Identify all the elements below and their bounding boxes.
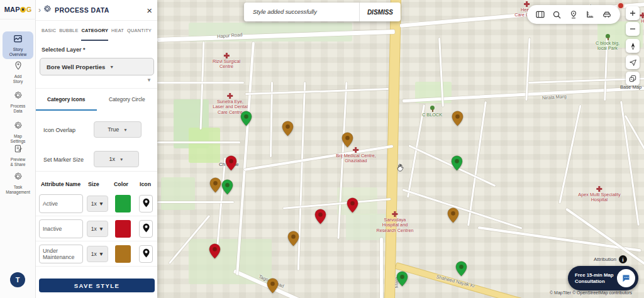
sidebar-item-label: Story Overview [3,47,33,57]
map-canvas[interactable]: Hapur RoadHapur RoadNirala MargTagore Ro… [157,0,644,298]
icon-overlap-select[interactable]: True▼ [94,121,142,138]
process-data-panel: › PROCESS DATA × BASICBUBBLECATEGORYHEAT… [36,0,157,298]
save-style-button[interactable]: SAVE STYLE [39,279,155,292]
page-icon [14,145,23,155]
street [157,141,240,143]
sidebar-item-preview-share[interactable]: Preview & Share [0,144,36,167]
attribute-name-input[interactable]: Under Maintenance [39,245,83,263]
basemap-button[interactable] [626,72,640,86]
attribute-name-input[interactable]: Inactive [39,219,83,238]
map-marker-under-maintenance[interactable] [452,111,464,129]
add-icon [14,62,23,72]
toast-message: Style added successfully [244,9,359,15]
tree-icon [605,34,610,40]
map-marker-active[interactable] [451,155,463,174]
sidebar-item-process-data[interactable]: Process Data [0,91,36,113]
medical-cross-icon [525,1,530,7]
collapse-chevron-icon[interactable]: › [38,6,41,14]
sidebar-item-story-overview[interactable]: Story Overview [3,31,33,59]
style-tabs: BASICBUBBLECATEGORYHEATQUANTITY [36,21,157,41]
gear-icon [13,91,23,102]
marker-size-select[interactable]: 1x▼ [94,151,139,167]
subtab-category-icons[interactable]: Category Icons [36,89,97,111]
map-credits: © MapTiler © OpenStreetMap contributors [550,290,632,295]
map-marker-under-maintenance[interactable] [447,207,459,226]
sidebar-item-task-management[interactable]: Task Management [0,172,36,194]
tab-heat[interactable]: HEAT [111,21,124,41]
color-swatch[interactable] [115,245,131,263]
tab-bubble[interactable]: BUBBLE [59,21,78,41]
selected-layer-label: Selected Layer * [42,47,86,53]
street [157,201,234,203]
pin-icon [143,223,150,235]
map-marker-active[interactable] [396,271,408,289]
zoom-out-button[interactable] [626,22,640,36]
map-marker-under-maintenance[interactable] [267,278,279,296]
sidebar-item-add-story[interactable]: Add Story [0,61,36,84]
section-collapse-icon[interactable]: ▼ [147,77,152,83]
icon-overlap-label: Icon Overlap [43,127,75,133]
map-marker-active[interactable] [455,261,467,279]
dismiss-button[interactable]: DISMISS [359,3,401,21]
toast-notification: Style added successfully DISMISS [244,3,401,21]
user-avatar[interactable]: T [10,272,25,287]
chevron-down-icon: ▼ [123,128,127,132]
row-size-select[interactable]: 1x▼ [87,196,108,212]
attribution-label: Attribution [594,257,616,262]
car-routing-icon[interactable] [601,9,612,20]
poi-medical: Apex Multi Speciality Hospital [578,186,620,203]
tree-icon [430,106,435,112]
gear-icon [13,121,23,132]
tab-basic[interactable]: BASIC [42,21,56,41]
search-icon[interactable] [552,9,562,20]
row-size-select[interactable]: 1x▼ [87,221,108,237]
attribution-row: Attribution i [594,255,627,263]
marker-icon-button[interactable] [139,245,153,263]
tab-quantity[interactable]: QUANTITY [127,21,152,41]
map-marker-under-maintenance[interactable] [287,231,299,249]
medical-cross-icon [353,147,358,153]
story-icon [13,35,23,45]
close-icon[interactable]: × [147,6,152,15]
tab-category[interactable]: CATEGORY [81,21,108,41]
medical-cross-icon [392,211,398,217]
attribute-row: Active1x▼ [36,191,157,216]
park-area [189,128,220,163]
subtab-category-circle[interactable]: Category Circle [97,89,158,111]
map-marker-inactive[interactable] [209,243,221,262]
sidebar-item-map-settings[interactable]: Map Settings [0,121,36,143]
map-marker-active[interactable] [240,111,252,129]
compass-button[interactable] [626,39,640,53]
color-swatch[interactable] [115,195,131,212]
row-size-select[interactable]: 1x▼ [87,246,108,262]
col-header-size: Size [88,181,99,187]
chevron-down-icon: ▼ [109,65,114,69]
marker-icon-button[interactable] [139,220,153,238]
medical-cross-icon [596,186,602,192]
street [380,238,383,298]
mapog-logo[interactable]: MAPG [0,0,36,19]
map-marker-under-maintenance[interactable] [209,177,221,196]
map-marker-active[interactable] [221,179,233,197]
map-marker-inactive[interactable] [225,155,237,174]
locate-button[interactable] [626,55,640,69]
place-marker-icon[interactable] [568,9,579,20]
marker-icon-button[interactable] [139,195,153,212]
map-marker-under-maintenance[interactable] [341,132,353,150]
sidebar-item-label: Process Data [0,104,36,113]
layer-select[interactable]: Bore Well Properties▼ [40,58,154,75]
marker-size-value: 1x [109,156,116,162]
map-marker-inactive[interactable] [314,209,326,227]
street [157,82,244,84]
zoom-in-button[interactable] [626,6,640,20]
info-icon[interactable]: i [619,255,627,263]
map-marker-under-maintenance[interactable] [282,121,294,139]
consultation-chat-button[interactable]: Free 15-min Map Consultation [568,266,638,290]
measure-ruler-icon[interactable] [585,9,596,20]
overview-map-icon[interactable] [535,9,546,20]
map-marker-inactive[interactable] [347,197,358,216]
attribute-name-input[interactable]: Active [39,194,83,213]
map-toolbar [527,5,620,24]
left-sidebar: MAPG Story OverviewAdd StoryProcess Data… [0,0,36,298]
color-swatch[interactable] [115,220,131,238]
